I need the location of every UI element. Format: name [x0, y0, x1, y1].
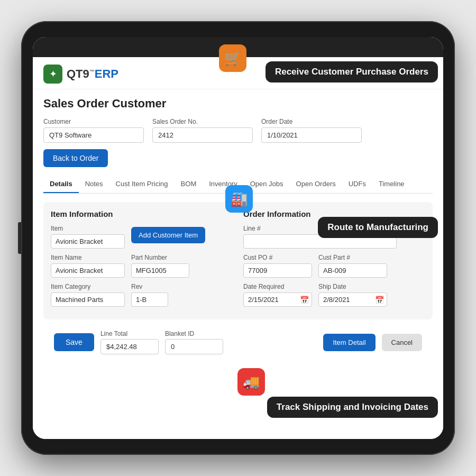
ship-date-label: Ship Date [318, 283, 387, 290]
rev-field: Rev [131, 283, 168, 307]
category-input[interactable] [51, 292, 125, 307]
logo-icon: ✦ [49, 68, 57, 80]
cart-icon: 🛒 [224, 50, 241, 67]
cust-po-part-row: Cust PO # Cust Part # [243, 254, 425, 278]
item-label: Item [51, 225, 125, 232]
order-no-group: Sales Order No. [152, 118, 253, 143]
tab-details[interactable]: Details [43, 176, 79, 193]
item-detail-button[interactable]: Item Detail [323, 334, 375, 351]
back-to-order-button[interactable]: Back to Order [43, 149, 108, 167]
callout-purchase-orders: Receive Customer Purchase Orders [266, 61, 438, 83]
item-name-input[interactable] [51, 263, 125, 278]
form-title: Sales Order Customer [43, 97, 433, 111]
factory-icon: 🏭 [231, 191, 248, 207]
order-date-group: Order Date [261, 118, 362, 143]
order-no-input[interactable] [152, 127, 253, 143]
category-field: Item Category [51, 283, 125, 307]
line-total-group: Line Total [100, 330, 159, 354]
item-name-field: Item Name [51, 254, 125, 278]
blanket-id-input[interactable] [165, 339, 223, 354]
date-req-wrapper: 📅 [243, 292, 312, 307]
blanket-id-group: Blanket ID [165, 330, 223, 354]
cust-po-field: Cust PO # [243, 254, 312, 278]
tab-bom[interactable]: BOM [175, 176, 203, 193]
cust-part-field: Cust Part # [318, 254, 387, 278]
cust-po-input[interactable] [243, 263, 312, 278]
ship-date-input[interactable] [318, 292, 387, 307]
ship-date-field: Ship Date 📅 [318, 283, 387, 307]
brand-erp: ERP [95, 67, 118, 81]
line-total-input[interactable] [100, 339, 159, 354]
line-total-label: Line Total [100, 330, 159, 337]
date-req-label: Date Required [243, 283, 312, 290]
cust-part-label: Cust Part # [318, 254, 387, 261]
date-req-field: Date Required 📅 [243, 283, 312, 307]
customer-label: Customer [43, 118, 144, 125]
tab-timeline[interactable]: Timeline [372, 176, 411, 193]
add-customer-item-button[interactable]: Add Customer Item [131, 227, 205, 243]
tab-cust-item-pricing[interactable]: Cust Item Pricing [109, 176, 175, 193]
customer-row: Customer Sales Order No. Order Date [43, 118, 433, 143]
order-date-input[interactable] [261, 127, 362, 143]
part-no-input[interactable] [131, 263, 189, 278]
truck-icon: 🚚 [243, 374, 260, 390]
item-field: Item [51, 225, 125, 249]
cancel-button[interactable]: Cancel [382, 334, 422, 351]
customer-group: Customer [43, 118, 144, 143]
save-button[interactable]: Save [54, 333, 94, 351]
category-label: Item Category [51, 283, 125, 290]
order-date-label: Order Date [261, 118, 362, 125]
item-row: Item Add Customer Item [51, 225, 233, 249]
tab-open-orders[interactable]: Open Orders [290, 176, 342, 193]
part-no-label: Part Number [131, 254, 189, 261]
category-rev-row: Item Category Rev [51, 283, 233, 307]
item-info-heading: Item Information [51, 209, 233, 218]
tab-notes[interactable]: Notes [79, 176, 109, 193]
date-req-input[interactable] [243, 292, 312, 307]
blanket-id-label: Blanket ID [165, 330, 223, 337]
tab-udfs[interactable]: UDFs [342, 176, 372, 193]
item-name-label: Item Name [51, 254, 125, 261]
cust-po-label: Cust PO # [243, 254, 312, 261]
bottom-toolbar: Save Line Total Blanket ID Item Detail C… [43, 330, 433, 363]
rev-label: Rev [131, 283, 168, 290]
cust-part-input[interactable] [318, 263, 387, 278]
item-name-part-row: Item Name Part Number [51, 254, 233, 278]
part-no-field: Part Number [131, 254, 189, 278]
item-input[interactable] [51, 234, 125, 249]
callout-shipping: Track Shipping and Invoicing Dates [267, 397, 438, 418]
logo-box: ✦ [43, 65, 62, 84]
rev-input[interactable] [131, 292, 168, 307]
item-info-col: Item Information Item Add Customer Item [51, 209, 233, 312]
brand-name: QT9™ [67, 67, 95, 81]
tablet-screen: ✦ QT9™ ERP Sales Order Customer Customer [33, 37, 443, 439]
customer-input[interactable] [43, 127, 144, 143]
ship-date-wrapper: 📅 [318, 292, 387, 307]
callout-manufacturing: Route to Manufacturing [318, 217, 438, 238]
order-no-label: Sales Order No. [152, 118, 253, 125]
dates-row: Date Required 📅 Ship Date 📅 [243, 283, 425, 307]
cart-icon-button[interactable]: 🛒 [219, 44, 246, 72]
factory-icon-button[interactable]: 🏭 [225, 185, 253, 213]
truck-icon-button[interactable]: 🚚 [237, 368, 265, 396]
tablet-shell: ✦ QT9™ ERP Sales Order Customer Customer [21, 21, 455, 455]
